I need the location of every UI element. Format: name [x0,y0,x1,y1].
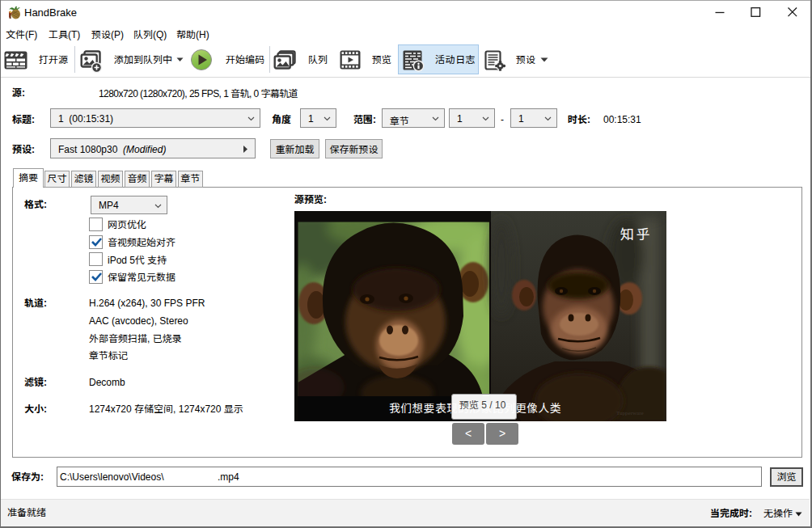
svg-text:Tupperware: Tupperware [616,408,644,416]
svg-text:知乎: 知乎 [620,223,652,243]
